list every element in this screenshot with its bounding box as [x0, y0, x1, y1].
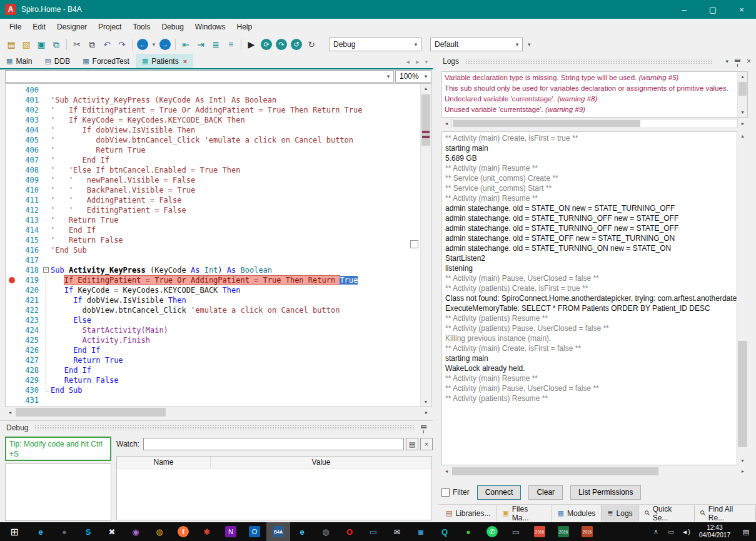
- breakpoint-gutter[interactable]: [6, 345, 18, 355]
- code-line[interactable]: 410' ' BackPanel.Visible = True: [6, 185, 420, 195]
- code-line[interactable]: 418−Sub Activity_KeyPress (KeyCode As In…: [6, 265, 420, 275]
- code-line[interactable]: 417: [6, 255, 420, 265]
- save-icon[interactable]: ▣: [34, 38, 49, 51]
- pin-icon[interactable]: [421, 425, 426, 428]
- dark-app-icon[interactable]: ●: [53, 522, 76, 541]
- breakpoint-gutter[interactable]: [6, 335, 18, 345]
- code-line[interactable]: 403' If KeyCode = KeyCodes.KEYCODE_BACK …: [6, 115, 420, 125]
- log-warning[interactable]: Undeclared variable 'currentstage'. (war…: [445, 94, 735, 104]
- comment-icon[interactable]: ≣: [208, 38, 223, 51]
- tab-logs[interactable]: ≣Logs: [602, 505, 638, 522]
- breakpoint-marker[interactable]: [9, 277, 15, 283]
- log-warning[interactable]: This sub should only be used for variabl…: [445, 83, 735, 94]
- opera-icon[interactable]: O: [338, 522, 361, 541]
- scrollbar-thumb[interactable]: [453, 120, 640, 127]
- breakpoint-gutter[interactable]: [6, 275, 18, 285]
- log-warning[interactable]: Unused variable 'currentstage'. (warning…: [445, 104, 735, 115]
- scrollbar-thumb[interactable]: [16, 408, 166, 417]
- editor-vertical-scrollbar[interactable]: ▲ ▼: [420, 84, 431, 407]
- mail-app-icon[interactable]: ✉: [385, 522, 409, 541]
- scrollbar-track[interactable]: [421, 93, 431, 397]
- code-line[interactable]: 423 Else: [6, 315, 420, 325]
- menu-help[interactable]: Help: [231, 20, 258, 34]
- scroll-left-icon[interactable]: ◄: [441, 119, 451, 128]
- tab-list-icon[interactable]: ▾: [425, 59, 428, 65]
- filter-checkbox[interactable]: [441, 488, 450, 497]
- chevron-down-icon[interactable]: ▾: [383, 73, 393, 79]
- step-into-icon[interactable]: ⟳: [261, 39, 272, 50]
- menu-file[interactable]: File: [4, 20, 27, 34]
- cut-icon[interactable]: ✂: [69, 38, 84, 51]
- code-line[interactable]: 405' dobView.btnCancel_Click 'emulate a …: [6, 135, 420, 145]
- watch-column-name[interactable]: Name: [117, 457, 211, 468]
- taskbar-clock[interactable]: 12:43 04/04/2017: [693, 524, 736, 539]
- code-line[interactable]: 414' End If: [6, 225, 420, 235]
- scroll-left-icon[interactable]: ◄: [5, 407, 15, 417]
- green-app-icon[interactable]: ●: [456, 522, 480, 541]
- scrollbar-track[interactable]: [451, 119, 738, 128]
- x-app-icon[interactable]: ✖: [100, 522, 124, 541]
- tab-patients[interactable]: ▦Patients×: [136, 54, 193, 68]
- save-all-icon[interactable]: ⧉: [49, 38, 64, 51]
- breakpoint-gutter[interactable]: [6, 195, 18, 205]
- code-line[interactable]: 412' ' EditingPatient = False: [6, 205, 420, 215]
- tab-modules[interactable]: ▦Modules: [552, 505, 602, 522]
- clear-button[interactable]: Clear: [528, 485, 563, 500]
- code-line[interactable]: 411' ' AddingPatient = False: [6, 195, 420, 205]
- tray-display-icon[interactable]: ▭: [663, 528, 678, 535]
- display-app-icon[interactable]: ▭: [361, 522, 385, 541]
- breakpoint-gutter[interactable]: [6, 165, 18, 175]
- browser-app-icon[interactable]: ◍: [148, 522, 171, 541]
- code-line[interactable]: 401'Sub Activity_KeyPress (KeyCode As In…: [6, 95, 420, 105]
- breakpoint-gutter[interactable]: [6, 185, 18, 195]
- step-out-icon[interactable]: ↺: [291, 39, 302, 50]
- breakpoint-gutter[interactable]: [6, 395, 18, 405]
- scrollbar-track[interactable]: [737, 141, 748, 456]
- firefox-icon[interactable]: f: [171, 522, 195, 541]
- action-center-icon[interactable]: ▤: [736, 528, 756, 536]
- new-file-icon[interactable]: ▤: [4, 38, 19, 51]
- code-line[interactable]: 416'End Sub: [6, 245, 420, 255]
- indent-icon[interactable]: ⇥: [193, 38, 208, 51]
- back-history-arrow-icon[interactable]: ▾: [150, 38, 158, 51]
- scroll-right-icon[interactable]: ►: [738, 119, 748, 128]
- breakpoint-gutter[interactable]: [6, 155, 18, 165]
- open-project-icon[interactable]: ▧: [19, 38, 34, 51]
- camera-app-icon[interactable]: ◙: [409, 522, 433, 541]
- scroll-left-icon[interactable]: ◄: [441, 467, 451, 476]
- code-line[interactable]: 428 End If: [6, 365, 420, 375]
- editor-zoom-select[interactable]: 100% ▾: [395, 70, 431, 83]
- member-navigation-select[interactable]: ▾: [5, 70, 394, 83]
- tab-find-all-references[interactable]: ⚲Find All Re...: [695, 505, 756, 522]
- list-permissions-button[interactable]: List Permissions: [570, 485, 641, 500]
- scrollbar-thumb[interactable]: [738, 341, 747, 447]
- build-configuration-select[interactable]: Debug ▾: [329, 38, 421, 51]
- connect-button[interactable]: Connect: [477, 485, 522, 500]
- scroll-up-icon[interactable]: ▲: [737, 131, 748, 141]
- undo-icon[interactable]: ↶: [99, 38, 114, 51]
- b4a-taskbar-icon[interactable]: B4A: [266, 522, 290, 541]
- warning-marker[interactable]: [422, 131, 430, 133]
- code-line[interactable]: 409' ' newPanel.Visible = False: [6, 175, 420, 185]
- scrollbar-thumb[interactable]: [452, 467, 658, 475]
- fold-toggle-icon[interactable]: −: [43, 267, 49, 273]
- log-horizontal-scrollbar[interactable]: ◄ ►: [441, 467, 748, 476]
- q-app-icon[interactable]: Q: [433, 522, 456, 541]
- scroll-right-icon[interactable]: ►: [421, 407, 431, 417]
- tray-chevron-icon[interactable]: ˄: [648, 528, 663, 535]
- office-excel-2016-icon[interactable]: 2016: [552, 522, 575, 541]
- breakpoint-gutter[interactable]: [6, 385, 18, 395]
- menu-windows[interactable]: Windows: [189, 20, 231, 34]
- skype-icon[interactable]: S: [76, 522, 100, 541]
- office-access-2016-icon[interactable]: 2016: [575, 522, 599, 541]
- step-over-icon[interactable]: ↷: [276, 39, 287, 50]
- watch-clear-button[interactable]: ×: [420, 438, 433, 450]
- menu-project[interactable]: Project: [93, 20, 127, 34]
- breakpoint-gutter[interactable]: [6, 265, 18, 275]
- tab-scroll-right-icon[interactable]: ►: [415, 59, 421, 65]
- code-line[interactable]: 421 If dobView.IsVisible Then: [6, 295, 420, 305]
- scrollbar-track[interactable]: [738, 81, 747, 108]
- breakpoint-gutter[interactable]: [6, 115, 18, 125]
- maximize-button[interactable]: ▢: [698, 0, 727, 19]
- scrollbar-track[interactable]: [451, 467, 738, 476]
